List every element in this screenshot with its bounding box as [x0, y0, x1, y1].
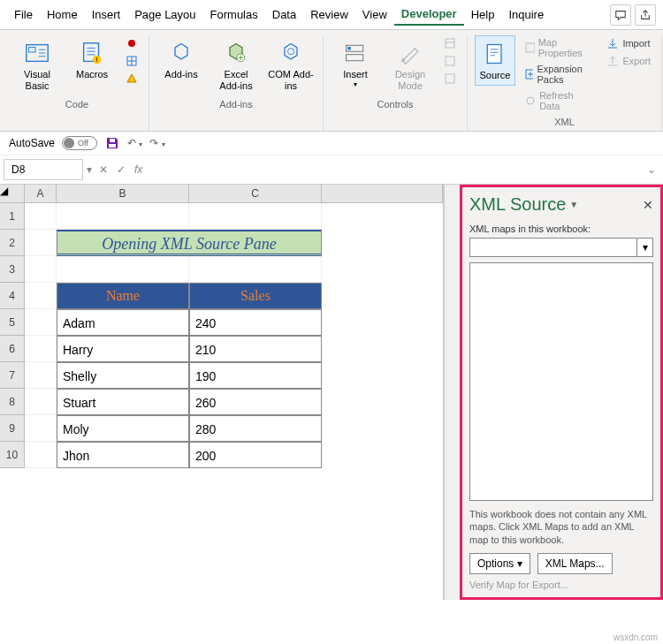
row-headers: 1 2 3 4 5 6 7 8 9 10: [0, 203, 25, 468]
insert-control-button[interactable]: Insert▾: [331, 35, 380, 93]
macros-button[interactable]: ! Macros: [67, 35, 117, 84]
excel-addins-button[interactable]: Excel Add-ins: [211, 35, 261, 95]
view-code-button[interactable]: [440, 53, 460, 69]
select-all-corner[interactable]: ◢: [0, 185, 25, 202]
code-icon: [444, 55, 456, 67]
col-header-rest[interactable]: [322, 185, 443, 202]
col-header-c[interactable]: C: [189, 185, 322, 202]
group-code-label: Code: [12, 95, 141, 113]
data-cell[interactable]: 240: [189, 309, 322, 336]
name-box[interactable]: D8: [4, 159, 83, 180]
data-cell[interactable]: 190: [189, 362, 322, 389]
group-controls-label: Controls: [331, 95, 460, 113]
group-xml: Source Map Properties Expansion Packs Re…: [468, 35, 662, 131]
properties-button[interactable]: [440, 35, 460, 51]
menu-file[interactable]: File: [7, 4, 40, 25]
svg-rect-15: [487, 45, 501, 64]
row-header[interactable]: 6: [0, 336, 25, 362]
share-button[interactable]: [635, 4, 656, 26]
expand-formula-button[interactable]: ⌄: [640, 163, 663, 176]
export-icon: [606, 55, 619, 67]
record-macro-button[interactable]: [122, 35, 141, 51]
row-header[interactable]: 2: [0, 230, 25, 256]
redo-button[interactable]: ↷ ▾: [149, 137, 164, 149]
row-header[interactable]: 5: [0, 309, 25, 336]
xml-maps-button[interactable]: XML Maps...: [537, 553, 613, 574]
data-cell[interactable]: Jhon: [57, 442, 189, 468]
data-cell[interactable]: 260: [189, 389, 322, 415]
undo-button[interactable]: ↶ ▾: [127, 137, 142, 149]
row-header[interactable]: 8: [0, 389, 25, 415]
data-cell[interactable]: 200: [189, 442, 322, 468]
data-cell[interactable]: 280: [189, 415, 322, 442]
import-button[interactable]: Import: [603, 35, 654, 51]
xml-maps-select[interactable]: ▾: [469, 238, 653, 257]
col-header-b[interactable]: B: [57, 185, 189, 202]
menu-pagelayout[interactable]: Page Layou: [127, 4, 202, 25]
pane-close-button[interactable]: ✕: [643, 198, 653, 212]
chevron-down-icon[interactable]: ▾: [636, 239, 652, 256]
options-button[interactable]: Options ▾: [469, 553, 530, 574]
data-cell[interactable]: Harry: [57, 336, 189, 362]
header-name[interactable]: Name: [57, 283, 189, 309]
data-cell[interactable]: Adam: [57, 309, 189, 336]
relative-ref-button[interactable]: [122, 53, 141, 69]
cancel-formula-button[interactable]: ✕: [99, 163, 108, 176]
data-cell[interactable]: Stuart: [57, 389, 189, 415]
visual-basic-label: Visual Basic: [14, 69, 60, 92]
menu-insert[interactable]: Insert: [85, 4, 128, 25]
comments-button[interactable]: [610, 4, 631, 26]
menu-help[interactable]: Help: [464, 4, 502, 25]
expansion-packs-button[interactable]: Expansion Packs: [521, 62, 598, 87]
header-sales[interactable]: Sales: [189, 283, 322, 309]
source-button[interactable]: Source: [475, 35, 515, 86]
menu-review[interactable]: Review: [303, 4, 355, 25]
com-addins-button[interactable]: COM Add-ins: [266, 35, 316, 95]
row-header[interactable]: 3: [0, 256, 25, 283]
row-header[interactable]: 4: [0, 283, 25, 309]
row-header[interactable]: 9: [0, 415, 25, 442]
menu-view[interactable]: View: [355, 4, 394, 25]
svg-text:!: !: [96, 56, 98, 64]
title-cell[interactable]: Opening XML Source Pane: [57, 230, 322, 256]
map-properties-button[interactable]: Map Properties: [521, 35, 598, 60]
row-header[interactable]: 7: [0, 362, 25, 389]
pane-menu-button[interactable]: ▼: [569, 200, 578, 209]
save-button[interactable]: [104, 135, 120, 151]
macros-label: Macros: [76, 69, 108, 80]
properties-icon: [444, 37, 456, 49]
row-header[interactable]: 10: [0, 442, 25, 468]
refresh-data-button[interactable]: Refresh Data: [521, 88, 598, 113]
menu-data[interactable]: Data: [265, 4, 303, 25]
menu-inquire[interactable]: Inquire: [501, 4, 551, 25]
xml-tree-list[interactable]: [469, 262, 653, 501]
ribbon: Visual Basic ! Macros Code Add-ins Excel…: [0, 30, 663, 132]
row-header[interactable]: 1: [0, 203, 25, 230]
dialog-icon: [444, 72, 456, 85]
excel-addins-icon: [224, 41, 248, 65]
autosave-toggle[interactable]: Off: [62, 136, 97, 150]
group-controls: Insert▾ Design Mode Controls: [324, 35, 468, 131]
com-addins-icon: [278, 41, 303, 65]
menu-developer[interactable]: Developer: [394, 4, 464, 26]
menu-formulas[interactable]: Formulas: [203, 4, 265, 25]
pane-title: XML Source ▼ ✕: [469, 194, 653, 215]
design-mode-button[interactable]: Design Mode: [385, 35, 435, 95]
cells-grid[interactable]: Opening XML Source Pane NameSales Adam24…: [25, 203, 443, 468]
menu-home[interactable]: Home: [40, 4, 85, 25]
data-cell[interactable]: Shelly: [57, 362, 189, 389]
enter-formula-button[interactable]: ✓: [117, 163, 126, 176]
fx-button[interactable]: fx: [134, 163, 142, 176]
run-dialog-button[interactable]: [440, 71, 460, 87]
export-button[interactable]: Export: [603, 53, 654, 69]
data-cell[interactable]: 210: [189, 336, 322, 362]
visual-basic-button[interactable]: Visual Basic: [12, 35, 62, 95]
data-cell[interactable]: Moly: [57, 415, 189, 442]
visualbasic-icon: [24, 40, 50, 66]
col-header-a[interactable]: A: [25, 185, 57, 202]
addins-button[interactable]: Add-ins: [156, 35, 206, 84]
formula-bar[interactable]: [149, 166, 640, 173]
formula-bar-row: D8 ▾ ✕ ✓ fx ⌄: [0, 155, 663, 185]
macro-security-button[interactable]: [122, 71, 141, 87]
vertical-scrollbar[interactable]: [444, 185, 460, 600]
